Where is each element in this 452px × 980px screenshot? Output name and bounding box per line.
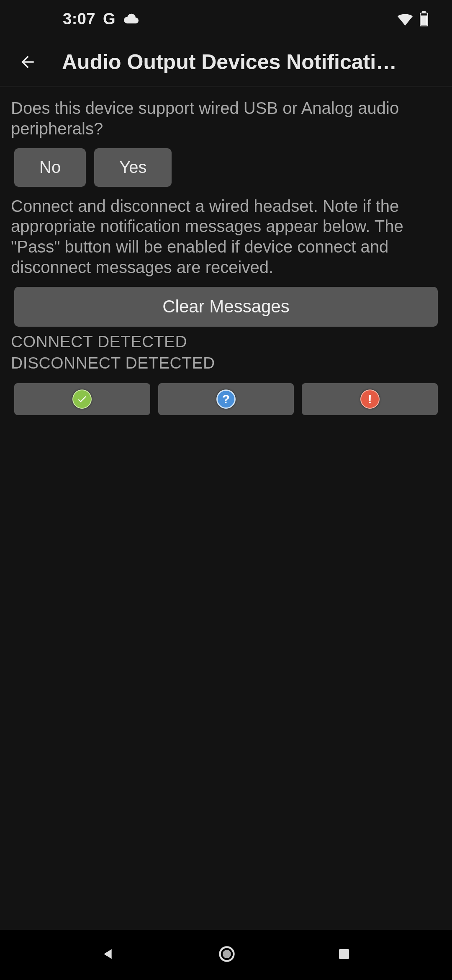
content-area: Does this device support wired USB or An… xyxy=(0,87,452,415)
status-right xyxy=(397,11,429,26)
app-bar: Audio Output Devices Notificati… xyxy=(0,38,452,87)
nav-back-button[interactable] xyxy=(100,946,117,964)
fail-button[interactable]: ! xyxy=(302,383,438,415)
svg-rect-2 xyxy=(421,15,427,26)
arrow-back-icon xyxy=(18,53,37,71)
result-button-row: ? ! xyxy=(14,383,438,415)
nav-home-icon xyxy=(218,945,236,963)
status-time: 3:07 xyxy=(63,10,95,28)
svg-rect-5 xyxy=(339,949,349,959)
message-log: CONNECT DETECTED DISCONNECT DETECTED xyxy=(11,332,441,373)
log-line: DISCONNECT DETECTED xyxy=(11,353,441,373)
check-circle-icon xyxy=(72,389,92,409)
svg-point-4 xyxy=(223,950,231,958)
support-question-text: Does this device support wired USB or An… xyxy=(11,98,441,139)
cloud-icon xyxy=(123,13,140,24)
pass-button[interactable] xyxy=(14,383,150,415)
status-bar: 3:07 G xyxy=(0,0,452,38)
log-line: CONNECT DETECTED xyxy=(11,332,441,352)
wifi-icon xyxy=(397,12,413,26)
nav-home-button[interactable] xyxy=(218,945,236,965)
nav-recent-icon xyxy=(336,946,352,962)
nav-back-icon xyxy=(100,946,117,962)
nav-recent-button[interactable] xyxy=(336,946,352,963)
instructions-text: Connect and disconnect a wired headset. … xyxy=(11,196,441,278)
status-left: 3:07 G xyxy=(63,10,140,28)
yes-no-row: No Yes xyxy=(14,148,441,187)
page-title: Audio Output Devices Notificati… xyxy=(62,50,397,74)
no-button[interactable]: No xyxy=(14,148,86,187)
google-g-icon: G xyxy=(103,10,116,28)
back-button[interactable] xyxy=(13,47,43,77)
battery-icon xyxy=(419,11,429,26)
yes-button[interactable]: Yes xyxy=(94,148,172,187)
clear-messages-button[interactable]: Clear Messages xyxy=(14,287,438,327)
info-button[interactable]: ? xyxy=(158,383,294,415)
navigation-bar xyxy=(0,930,452,980)
exclamation-circle-icon: ! xyxy=(360,389,380,409)
question-circle-icon: ? xyxy=(216,389,236,409)
